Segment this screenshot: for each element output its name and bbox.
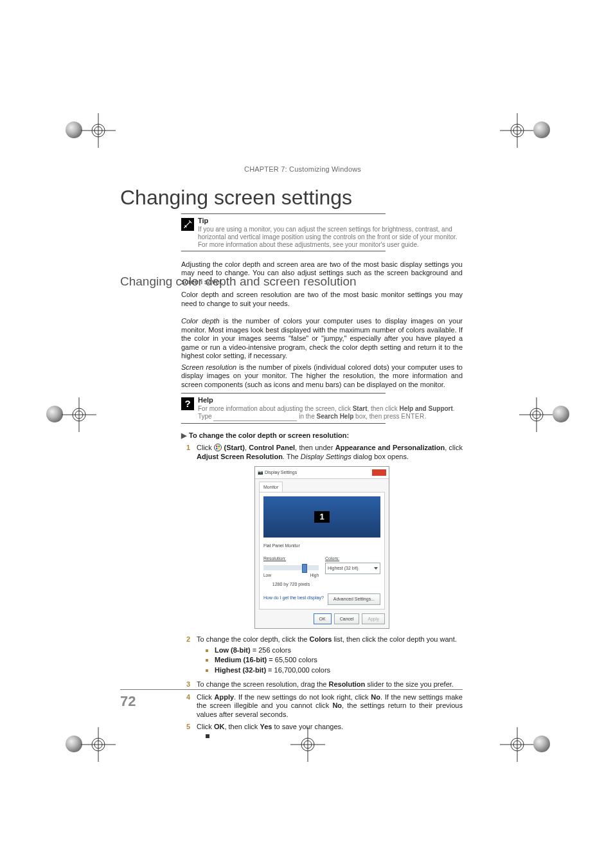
- orb-icon: [66, 736, 82, 752]
- monitor-preview: 1: [263, 496, 380, 538]
- display-settings-dialog-figure: 📷 Display Settings Monitor 1 Flat Panel …: [254, 466, 389, 629]
- list-item: Low (8-bit) = 256 colors: [206, 646, 463, 655]
- term: Color depth: [181, 317, 220, 325]
- step-3: 3 To change the screen resolution, drag …: [181, 680, 463, 689]
- advanced-settings-button: Advanced Settings...: [328, 593, 380, 605]
- tip-icon: [181, 218, 194, 231]
- help-label: Help: [198, 396, 463, 405]
- orb-icon: [533, 736, 550, 752]
- tip-callout: Tip If you are using a monitor, you can …: [181, 217, 463, 249]
- windows-logo-icon: [214, 444, 222, 451]
- divider: [120, 689, 463, 690]
- resolution-value: 1280 by 720 pixels: [263, 580, 319, 589]
- svg-point-28: [215, 444, 222, 451]
- orb-icon: [46, 406, 63, 422]
- end-of-procedure-icon: [206, 734, 209, 738]
- chapter-header: CHAPTER 7: Customizing Windows: [244, 165, 361, 173]
- svg-rect-30: [218, 446, 220, 448]
- crosshair-icon: [500, 727, 535, 762]
- colors-select: Highest (32 bit): [325, 563, 380, 574]
- step-5: 5 Click OK, then click Yes to save your …: [181, 723, 463, 740]
- help-link: How do I get the best display?: [263, 595, 324, 600]
- chevron-down-icon: [374, 567, 378, 570]
- svg-rect-32: [218, 448, 220, 450]
- page-number: 72: [120, 693, 136, 710]
- tip-label: Tip: [198, 217, 463, 226]
- slider-high: High: [310, 571, 319, 580]
- orb-icon: [533, 122, 550, 138]
- divider: [181, 251, 386, 251]
- divider: [181, 213, 386, 214]
- ok-button: OK: [314, 613, 332, 625]
- help-icon: ?: [181, 397, 194, 410]
- procedure-steps: 1 Click (Start), Control Panel, then und…: [181, 444, 463, 461]
- help-text: For more information about adjusting the…: [198, 405, 463, 421]
- step-4: 4 Click Apply. If the new settings do no…: [181, 693, 463, 719]
- help-callout: ? Help For more information about adjust…: [181, 396, 463, 421]
- slider-low: Low: [263, 571, 271, 580]
- paragraph: Color depth and screen resolution are tw…: [181, 291, 463, 308]
- section-heading: Changing color depth and screen resoluti…: [120, 275, 357, 289]
- divider: [181, 393, 386, 393]
- paragraph: Screen resolution is the number of pixel…: [181, 363, 463, 390]
- procedure-heading: ▶To change the color depth or screen res…: [181, 431, 463, 440]
- crosshair-icon: [81, 113, 116, 148]
- text: is the number of colors your computer us…: [181, 317, 463, 359]
- list-item: Medium (16-bit) = 65,500 colors: [206, 656, 463, 665]
- resolution-slider: [263, 565, 319, 570]
- apply-button: Apply: [362, 613, 385, 625]
- monitor-number: 1: [314, 511, 329, 523]
- svg-rect-31: [216, 448, 218, 450]
- step-1: 1 Click (Start), Control Panel, then und…: [181, 444, 463, 461]
- tip-text: If you are using a monitor, you can adju…: [198, 226, 463, 249]
- orb-icon: [553, 406, 569, 422]
- list-item: Highest (32-bit) = 16,700,000 colors: [206, 666, 463, 675]
- page-title: Changing screen settings: [120, 186, 352, 210]
- section-content: Color depth and screen resolution are tw…: [181, 291, 463, 740]
- page: CHAPTER 7: Customizing Windows Changing …: [0, 0, 613, 868]
- colors-label: Colors:: [325, 554, 380, 563]
- crosshair-icon: [500, 113, 535, 148]
- close-icon: [372, 469, 386, 476]
- dialog-title: Display Settings: [265, 470, 297, 475]
- cancel-button: Cancel: [334, 613, 360, 625]
- arrow-icon: ▶: [181, 431, 186, 439]
- paragraph: Color depth is the number of colors your…: [181, 317, 463, 361]
- step-2: 2 To change the color depth, click the C…: [181, 635, 463, 676]
- crosshair-icon: [62, 397, 96, 432]
- resolution-label: Resolution:: [263, 554, 319, 563]
- term: Screen resolution: [181, 363, 236, 371]
- svg-rect-29: [216, 446, 218, 448]
- procedure-steps-cont: 2 To change the color depth, click the C…: [181, 635, 463, 740]
- monitor-name: Flat Panel Monitor: [263, 541, 380, 550]
- dialog-tab: Monitor: [259, 482, 283, 493]
- color-depth-list: Low (8-bit) = 256 colors Medium (16-bit)…: [206, 646, 463, 675]
- orb-icon: [66, 122, 82, 138]
- crosshair-icon: [519, 397, 554, 432]
- divider: [181, 423, 386, 424]
- crosshair-icon: [81, 727, 116, 762]
